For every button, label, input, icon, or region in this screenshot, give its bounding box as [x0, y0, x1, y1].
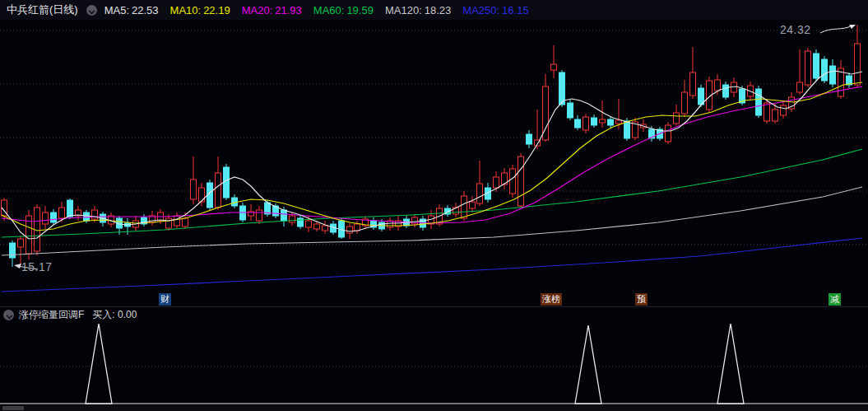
candle-body — [191, 180, 197, 199]
candle-body — [355, 224, 360, 231]
candle-body — [166, 218, 172, 228]
candle-body — [199, 188, 205, 202]
buy-signal-spike — [86, 324, 112, 404]
candle-body — [290, 216, 295, 222]
ma20-value: 21.93 — [275, 4, 302, 16]
candle-body — [666, 125, 671, 142]
candle-body — [690, 72, 696, 96]
low-arrowhead — [14, 264, 21, 269]
candle-body — [462, 196, 467, 218]
chevron-down-icon[interactable] — [86, 5, 97, 16]
candle-body — [10, 243, 16, 258]
candle-body — [723, 85, 729, 97]
candle-body — [257, 210, 262, 221]
ma10-line — [2, 82, 862, 231]
candle-body — [527, 134, 532, 144]
candle-body — [592, 118, 597, 125]
candle-body — [575, 119, 581, 128]
candle-body — [183, 218, 188, 227]
event-badge-2[interactable]: 预 — [635, 293, 648, 306]
candle-body — [773, 110, 778, 121]
low-price-label: 15.17 — [21, 260, 53, 273]
candle-body — [624, 121, 630, 138]
candle-body — [323, 226, 328, 231]
indicator-signal-value: 0.00 — [118, 309, 137, 320]
candle-body — [92, 210, 98, 219]
candle-body — [814, 54, 819, 78]
ma250-readout: MA250:16.15 — [462, 4, 528, 16]
ma10-readout: MA10:22.19 — [170, 4, 230, 16]
ma10-label: MA10: — [170, 4, 202, 16]
ma120-label: MA120: — [385, 4, 422, 16]
candle-body — [306, 221, 312, 227]
candle-body — [314, 224, 320, 229]
ma60-label: MA60: — [313, 4, 345, 16]
buy-signal-spike — [575, 325, 601, 404]
chart-header-bar: 中兵红箭(日线) MA5:22.53 MA10:22.19 MA20:21.93… — [0, 0, 868, 20]
candle-body — [616, 120, 622, 124]
candle-body — [764, 103, 770, 121]
buy-signal-spike — [717, 324, 744, 404]
candle-body — [551, 64, 557, 70]
candle-body — [830, 66, 836, 84]
event-badge-0[interactable]: 财 — [159, 293, 171, 306]
trading-app-window: 中兵红箭(日线) MA5:22.53 MA10:22.19 MA20:21.93… — [0, 0, 868, 411]
indicator-name[interactable]: 涨停缩量回调F — [19, 308, 84, 322]
panel-separator — [0, 306, 868, 307]
candle-body — [67, 200, 73, 217]
candle-body — [43, 213, 49, 224]
candle-body — [608, 119, 614, 125]
candle-body — [568, 103, 573, 118]
candle-body — [822, 59, 828, 81]
candle-body — [781, 105, 787, 115]
ma60-value: 19.59 — [346, 4, 374, 16]
candle-body — [797, 82, 803, 92]
candle-body — [559, 72, 565, 105]
ma10-value: 22.19 — [203, 4, 230, 16]
candle-body — [281, 210, 287, 221]
ma250-value: 16.15 — [502, 4, 529, 16]
candle-body — [477, 184, 483, 203]
candle-body — [216, 173, 221, 208]
candle-body — [756, 89, 762, 115]
ma5-label: MA5: — [104, 4, 129, 16]
candle-body — [224, 167, 230, 198]
candle-body — [855, 44, 861, 85]
indicator-signal-label: 买入: — [92, 309, 114, 320]
ma250-label: MA250: — [462, 4, 499, 16]
candle-body — [674, 113, 680, 124]
chart-canvas[interactable] — [0, 0, 868, 411]
candle-body — [494, 177, 499, 188]
ma5-readout: MA5:22.53 — [104, 4, 159, 16]
ma20-label: MA20: — [242, 4, 273, 16]
high-arrow — [820, 26, 852, 33]
candle-body — [715, 80, 721, 91]
candle-body — [18, 239, 24, 247]
ma20-line — [2, 86, 862, 223]
ma120-readout: MA120:18.23 — [385, 4, 451, 16]
candle-body — [84, 213, 90, 221]
ma120-value: 18.23 — [425, 4, 452, 16]
event-badge-3[interactable]: 减 — [829, 293, 841, 306]
candle-body — [59, 208, 65, 218]
candle-body — [510, 169, 516, 194]
candle-body — [51, 213, 57, 222]
candle-body — [347, 227, 353, 233]
indicator-signal: 买入: 0.00 — [92, 308, 137, 322]
candle-body — [174, 216, 180, 226]
horizontal-scrollbar[interactable] — [0, 405, 868, 411]
candle-body — [583, 117, 589, 130]
ma20-readout: MA20:21.93 — [242, 4, 302, 16]
symbol-title[interactable]: 中兵红箭(日线) — [7, 2, 78, 17]
indicator-header: 涨停缩量回调F 买入: 0.00 — [0, 308, 137, 322]
event-badge-1[interactable]: 涨榜 — [541, 293, 562, 306]
indicator-chevron-down-icon[interactable] — [3, 310, 14, 320]
ma5-value: 22.53 — [132, 4, 159, 16]
ma250-line — [2, 238, 862, 292]
candle-body — [682, 92, 688, 114]
ma60-readout: MA60:19.59 — [313, 4, 374, 16]
candle-body — [805, 51, 811, 85]
scrollbar-thumb[interactable] — [2, 406, 24, 410]
candle-body — [600, 119, 606, 123]
candle-body — [470, 202, 476, 208]
